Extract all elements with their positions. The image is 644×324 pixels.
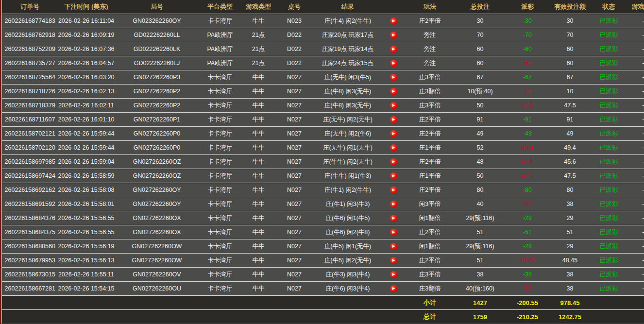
round-id-cell: GD022262260LK [115, 42, 200, 56]
replay-button[interactable]: ▶ [390, 215, 397, 222]
replay-button[interactable]: ▶ [390, 229, 397, 236]
round-id-cell: GN027262260OX [115, 211, 200, 225]
replay-button[interactable]: ▶ [390, 243, 397, 250]
platform-cell: 卡卡湾厅 [200, 169, 241, 183]
play-type-cell: 闲1翻倍 [404, 239, 456, 254]
round-id-cell: GN027262260OW [115, 239, 200, 254]
replay-button[interactable]: ▶ [390, 102, 397, 109]
bet-time-cell: 2026-02-26 15:59:44 [58, 141, 115, 155]
status-cell: 已派彩 [590, 211, 628, 225]
col-payout: 派彩 [505, 0, 551, 14]
result-cell: 庄(无牛) 闲2(无牛) [313, 113, 383, 127]
replay-cell: ▶ [383, 14, 404, 28]
order-cell: 260226158692162 [2, 183, 58, 197]
table-no-cell: N027 [276, 268, 313, 282]
game-cell-truncated: - [628, 197, 644, 211]
game-cell-truncated: - [628, 155, 644, 169]
play-type-cell: 庄2平倍 [404, 113, 456, 127]
order-cell: 260226158667281 [2, 282, 58, 296]
order-cell: 260226158697985 [2, 155, 58, 169]
play-icon: ▶ [392, 61, 395, 65]
subtotal-spacer-right [590, 296, 644, 310]
replay-button[interactable]: ▶ [390, 285, 397, 292]
table-no-cell: N027 [276, 197, 313, 211]
table-no-cell: N027 [276, 113, 313, 127]
game-type-cell: 牛牛 [241, 254, 276, 268]
platform-cell: PA欧洲厅 [200, 28, 241, 42]
platform-cell: 卡卡湾厅 [200, 70, 241, 85]
replay-button[interactable]: ▶ [390, 46, 397, 53]
replay-button[interactable]: ▶ [390, 130, 397, 137]
replay-cell: ▶ [383, 141, 404, 155]
replay-button[interactable]: ▶ [390, 88, 397, 95]
payout-cell: -49 [505, 127, 551, 141]
replay-button[interactable]: ▶ [390, 144, 397, 152]
replay-button[interactable]: ▶ [390, 74, 397, 81]
replay-button[interactable]: ▶ [390, 17, 397, 25]
table-no-cell: N027 [276, 225, 313, 239]
round-id-cell: GN027262260P2 [115, 85, 200, 99]
table-row: 2602261687187262026-02-26 16:02:13GN0272… [2, 85, 644, 99]
valid-bet-cell: 45.6 [551, 155, 590, 169]
platform-cell: 卡卡湾厅 [200, 141, 241, 155]
platform-cell: 卡卡湾厅 [200, 254, 241, 268]
replay-cell: ▶ [383, 42, 404, 56]
play-icon: ▶ [392, 160, 395, 164]
game-type-cell: 21点 [241, 28, 276, 42]
valid-bet-cell: 38 [551, 197, 590, 211]
table-no-cell: N027 [276, 141, 313, 155]
game-type-cell: 21点 [241, 42, 276, 56]
grand-total-valid-bet: 1242.75 [551, 310, 590, 324]
game-cell-truncated: - [628, 14, 644, 28]
play-icon: ▶ [392, 273, 395, 276]
game-type-cell: 牛牛 [241, 282, 276, 296]
subtotal-spacer [2, 296, 404, 310]
total-bet-cell: 52 [456, 141, 505, 155]
col-round-id: 局号 [115, 0, 200, 14]
table-no-cell: N027 [276, 254, 313, 268]
order-cell: 260226158702120 [2, 141, 58, 155]
play-icon: ▶ [392, 103, 395, 107]
platform-cell: 卡卡湾厅 [200, 113, 241, 127]
valid-bet-cell: 70 [551, 28, 590, 42]
platform-cell: 卡卡湾厅 [200, 127, 241, 141]
order-cell: 260226158673015 [2, 268, 58, 282]
play-type-cell: 庄2平倍 [404, 225, 456, 239]
payout-cell: -60 [505, 42, 551, 56]
replay-button[interactable]: ▶ [390, 257, 397, 264]
payout-cell: -38 [505, 268, 551, 282]
replay-button[interactable]: ▶ [390, 271, 397, 278]
game-cell-truncated: - [628, 282, 644, 296]
table-row: 2602261586974242026-02-26 15:58:59GN0272… [2, 169, 644, 183]
replay-button[interactable]: ▶ [390, 32, 397, 39]
replay-button[interactable]: ▶ [390, 116, 397, 123]
play-icon: ▶ [392, 244, 395, 248]
game-type-cell: 牛牛 [241, 268, 276, 282]
replay-button[interactable]: ▶ [390, 187, 397, 194]
replay-cell: ▶ [383, 225, 404, 239]
bet-time-cell: 2026-02-26 15:54:15 [58, 282, 115, 296]
order-cell: 260226158680560 [2, 239, 58, 254]
total-bet-cell: 51 [456, 225, 505, 239]
game-cell-truncated: - [628, 141, 644, 155]
payout-cell: -91 [505, 113, 551, 127]
total-bet-cell: 67 [456, 70, 505, 85]
payout-cell: -70 [505, 28, 551, 42]
order-cell: 260226158679953 [2, 254, 58, 268]
platform-cell: 卡卡湾厅 [200, 14, 241, 28]
table-row: 2602261687183792026-02-26 16:02:11GN0272… [2, 99, 644, 113]
replay-button[interactable]: ▶ [390, 201, 397, 208]
game-cell-truncated: - [628, 42, 644, 56]
platform-cell: PA欧洲厅 [200, 42, 241, 56]
replay-button[interactable]: ▶ [390, 172, 397, 180]
header-row: 订单号 下注时间 (美东) 局号 平台类型 游戏类型 桌号 结果 玩法 总投注 … [2, 0, 644, 14]
game-cell-truncated: - [628, 183, 644, 197]
replay-button[interactable]: ▶ [390, 60, 397, 67]
result-cell: 庄家24点 玩家15点 [313, 56, 383, 70]
replay-button[interactable]: ▶ [390, 158, 397, 166]
play-type-cell: 庄1平倍 [404, 169, 456, 183]
play-icon: ▶ [392, 230, 395, 234]
round-id-cell: GN027262260OU [115, 282, 200, 296]
total-bet-cell: 29(预:116) [456, 211, 505, 225]
total-bet-cell: 80 [456, 183, 505, 197]
